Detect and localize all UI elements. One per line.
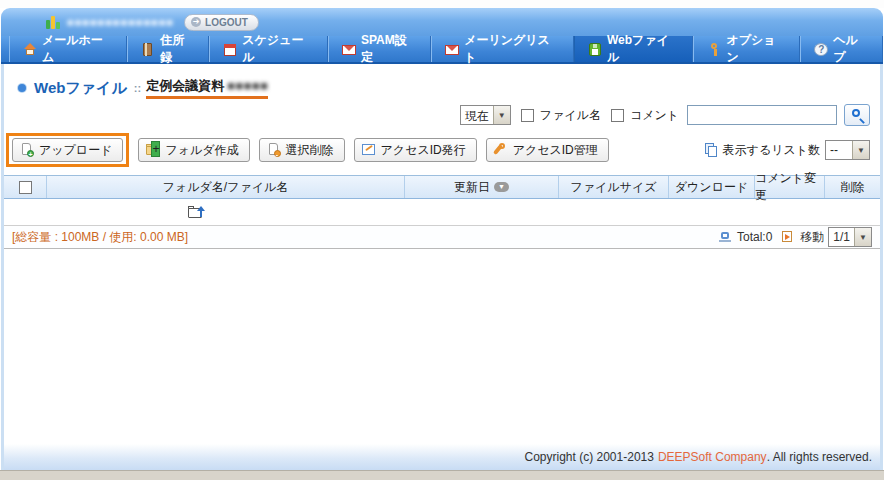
status-bar: [総容量 : 100MB / 使用: 0.00 MB] Total:0 移動 1… [4, 226, 880, 249]
move-page-icon [782, 231, 794, 243]
company-name[interactable]: DEEPSoft Company [658, 450, 767, 464]
chevron-down-icon: ▼ [852, 141, 869, 159]
column-download[interactable]: ダウンロード [668, 176, 754, 198]
tab-label: SPAM設定 [361, 32, 417, 66]
current-folder-breadcrumb: 定例会議資料 ■■■■■ [146, 77, 268, 99]
upload-file-icon: + [20, 143, 34, 157]
help-icon: ? [814, 43, 828, 56]
list-count-label: 表示するリスト数 [723, 142, 820, 159]
select-all-checkbox[interactable] [19, 181, 32, 194]
logout-button[interactable]: ➔ LOGOUT [184, 14, 259, 31]
app-logo-icon [46, 15, 61, 30]
delete-file-icon: - [267, 143, 281, 157]
search-icon [852, 109, 860, 117]
column-delete[interactable]: 削除 [824, 176, 880, 198]
issue-access-id-button[interactable]: アクセスID発行 [354, 138, 477, 162]
comment-checkbox-label: コメント [630, 107, 679, 124]
column-comment[interactable]: コメント変更 [754, 176, 824, 198]
capacity-usage-text: [総容量 : 100MB / 使用: 0.00 MB] [12, 229, 188, 246]
tab-mailing-list[interactable]: メーリングリスト [431, 36, 574, 62]
search-input[interactable] [687, 105, 837, 125]
title-separator: :: [134, 82, 141, 94]
button-label: フォルダ作成 [165, 142, 238, 159]
account-email-redacted: ■■■■■■■■■■■■■■ [67, 16, 174, 28]
title-row: Webファイル :: 定例会議資料 ■■■■■ [18, 77, 880, 99]
access-id-manage-icon [494, 143, 508, 157]
tab-label: ヘルプ [833, 32, 869, 66]
total-icon [719, 232, 731, 243]
tab-address-book[interactable]: 住所録 [127, 36, 209, 62]
new-folder-icon: + [146, 143, 160, 157]
search-button[interactable] [844, 104, 870, 126]
page-title: Webファイル [34, 79, 127, 98]
list-count-control: 表示するリスト数 -- ▼ [705, 140, 870, 160]
delete-selected-button[interactable]: - 選択削除 [259, 138, 345, 162]
tab-label: オプション [726, 32, 786, 66]
comment-checkbox[interactable] [611, 109, 624, 122]
copyright-text: Copyright (c) 2001-2013 [525, 450, 654, 464]
folder-name-redacted: ■■■■■ [227, 79, 268, 93]
folder-name: 定例会議資料 [146, 77, 224, 95]
page-select-value: 1/1 [829, 228, 854, 246]
button-label: アクセスID発行 [381, 142, 466, 159]
chevron-down-icon: ▼ [854, 228, 871, 246]
status-right: Total:0 移動 1/1 ▼ [719, 227, 872, 247]
empty-area [4, 249, 880, 444]
calendar-icon [223, 43, 237, 56]
logout-label: LOGOUT [205, 17, 248, 28]
parent-folder-icon[interactable] [188, 205, 206, 219]
top-strip [0, 0, 884, 8]
tab-schedule[interactable]: スケジュール [209, 36, 328, 62]
page-select[interactable]: 1/1 ▼ [828, 227, 872, 247]
webmail-file-manager-screen: ■■■■■■■■■■■■■■ ➔ LOGOUT メールホーム 住所録 スケジュー… [0, 0, 884, 480]
select-all-cell [4, 176, 46, 198]
mailing-list-icon [445, 43, 459, 56]
filename-checkbox[interactable] [521, 109, 534, 122]
tab-spam-settings[interactable]: SPAM設定 [328, 36, 431, 62]
move-label: 移動 [800, 229, 824, 246]
toolbar: + アップロード + フォルダ作成 - 選択削除 アクセスID発行 アクセスID… [4, 133, 880, 167]
tab-mail-home[interactable]: メールホーム [9, 36, 127, 62]
tab-label: メーリングリスト [464, 32, 560, 66]
filename-checkbox-label: ファイル名 [540, 107, 601, 124]
window-bottom-strip [0, 470, 884, 480]
search-row: 現在 ▼ ファイル名 コメント [4, 103, 870, 127]
total-count: Total:0 [737, 230, 772, 244]
parent-folder-cell [4, 205, 390, 219]
web-file-disk-icon [588, 43, 602, 56]
column-date[interactable]: 更新日 ▼ [404, 176, 558, 198]
create-folder-button[interactable]: + フォルダ作成 [138, 138, 249, 162]
home-icon [23, 43, 37, 56]
column-date-label: 更新日 [454, 179, 490, 196]
key-icon [707, 43, 721, 56]
tab-label: 住所録 [160, 32, 195, 66]
tab-options[interactable]: オプション [693, 36, 800, 62]
spam-mail-icon [342, 43, 356, 56]
list-count-select[interactable]: -- ▼ [825, 140, 870, 160]
sort-desc-icon[interactable]: ▼ [494, 182, 509, 192]
button-label: アップロード [39, 142, 112, 159]
title-bullet-icon [18, 84, 26, 92]
tab-help[interactable]: ? ヘルプ [800, 36, 883, 62]
manage-access-id-button[interactable]: アクセスID管理 [486, 138, 609, 162]
list-count-icon [705, 143, 718, 157]
tab-web-file[interactable]: Webファイル [574, 36, 693, 62]
access-id-issue-icon [362, 143, 376, 157]
button-label: 選択削除 [286, 142, 334, 159]
tab-label: スケジュール [242, 32, 314, 66]
tab-label: メールホーム [42, 32, 113, 66]
table-row [4, 199, 880, 226]
list-count-value: -- [826, 141, 852, 159]
copyright-suffix: . All rights reserved. [767, 450, 872, 464]
search-scope-value: 現在 [461, 106, 493, 124]
file-table-header: フォルダ名/ファイル名 更新日 ▼ ファイルサイズ ダウンロード コメント変更 … [4, 175, 880, 199]
logout-arrow-icon: ➔ [191, 17, 201, 27]
chevron-down-icon: ▼ [493, 106, 510, 124]
content-area: Webファイル :: 定例会議資料 ■■■■■ 現在 ▼ ファイル名 コメント [1, 64, 883, 444]
footer: Copyright (c) 2001-2013 DEEPSoft Company… [1, 444, 883, 470]
column-size[interactable]: ファイルサイズ [558, 176, 668, 198]
search-scope-select[interactable]: 現在 ▼ [460, 105, 511, 125]
address-book-icon [141, 43, 155, 56]
column-name[interactable]: フォルダ名/ファイル名 [46, 176, 404, 198]
upload-button[interactable]: + アップロード [12, 138, 123, 162]
